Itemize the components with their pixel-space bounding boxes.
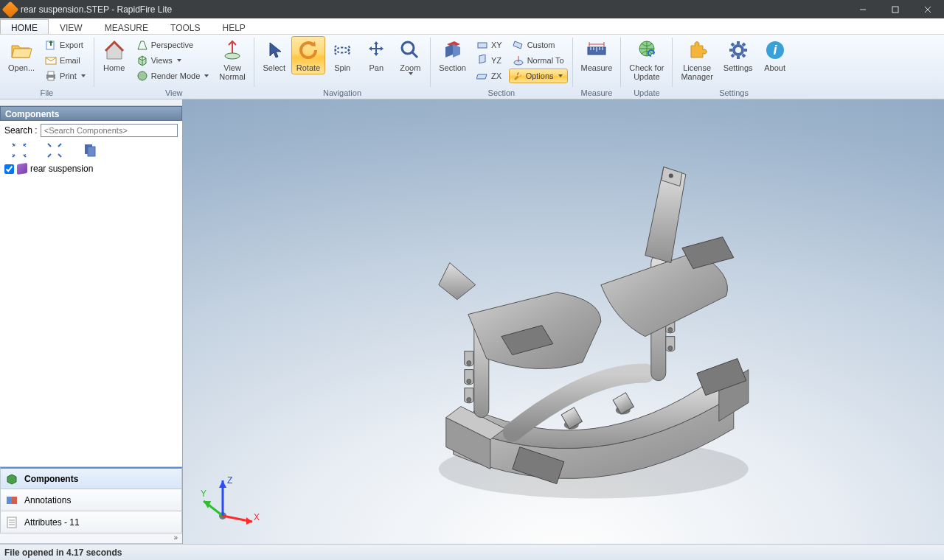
perspective-icon xyxy=(136,39,148,51)
view-normal-button[interactable]: View Normal xyxy=(214,36,250,83)
panel-collapse-button[interactable]: » xyxy=(0,533,182,544)
maximize-button[interactable] xyxy=(879,0,912,18)
expand-all-button[interactable] xyxy=(12,143,27,158)
group-settings: License Manager Settings i About Setting… xyxy=(673,35,794,99)
tree-root-item[interactable]: rear suspension xyxy=(4,164,178,174)
pan-button[interactable]: Pan xyxy=(359,36,393,74)
status-bar: File opened in 4.17 seconds xyxy=(0,544,944,560)
svg-point-29 xyxy=(467,379,471,383)
group-update: Check for Update Update xyxy=(621,35,672,99)
rotate-icon xyxy=(296,38,320,62)
svg-rect-19 xyxy=(12,497,17,504)
export-button[interactable]: Export xyxy=(41,38,89,52)
search-input[interactable] xyxy=(41,124,178,137)
plane-yz-icon xyxy=(476,55,488,66)
zx-button[interactable]: ZX xyxy=(473,69,506,83)
tree-checkbox[interactable] xyxy=(4,164,14,174)
gear-icon xyxy=(726,38,750,62)
copy-button[interactable] xyxy=(83,143,97,158)
xy-button[interactable]: XY xyxy=(473,38,506,52)
render-mode-button[interactable]: Render Mode xyxy=(133,69,213,83)
ruler-icon xyxy=(585,38,608,62)
tab-home[interactable]: HOME xyxy=(0,19,49,34)
rotate-button[interactable]: Rotate xyxy=(291,36,325,74)
spin-button[interactable]: Spin xyxy=(325,36,359,74)
document-icon xyxy=(5,516,18,529)
home-icon xyxy=(103,38,126,62)
perspective-button[interactable]: Perspective xyxy=(133,38,213,52)
side-tab-annotations[interactable]: Annotations xyxy=(0,489,182,511)
close-button[interactable] xyxy=(912,0,944,18)
side-panel: Components Search : rear suspension Comp… xyxy=(0,99,183,544)
cad-model xyxy=(372,152,771,505)
about-button[interactable]: i About xyxy=(758,36,792,74)
svg-point-28 xyxy=(467,360,471,365)
svg-point-13 xyxy=(734,46,743,55)
wrench-icon xyxy=(513,71,523,81)
minimize-button[interactable] xyxy=(847,0,879,18)
yz-button[interactable]: YZ xyxy=(473,53,506,68)
svg-point-8 xyxy=(402,42,414,54)
svg-point-6 xyxy=(138,71,147,80)
side-tab-attributes[interactable]: Attributes - 11 xyxy=(0,511,182,533)
group-view: Home Perspective Views Render Mode View … xyxy=(94,35,254,99)
group-navigation: Select Rotate Spin Pan Zoom Navigation xyxy=(254,35,430,99)
pan-icon xyxy=(364,38,388,62)
settings-button[interactable]: Settings xyxy=(718,36,758,74)
component-tree[interactable]: rear suspension xyxy=(0,162,182,175)
zoom-button[interactable]: Zoom xyxy=(393,36,427,77)
tab-help[interactable]: HELP xyxy=(211,19,256,34)
open-button[interactable]: Open... xyxy=(3,36,40,74)
main-area: Components Search : rear suspension Comp… xyxy=(0,99,944,544)
folder-open-icon xyxy=(10,38,33,62)
svg-rect-18 xyxy=(7,497,12,504)
assembly-icon xyxy=(17,163,27,175)
zoom-icon xyxy=(398,38,422,62)
plane-zx-icon xyxy=(476,70,488,82)
svg-point-7 xyxy=(225,53,240,59)
check-update-button[interactable]: Check for Update xyxy=(624,36,669,83)
print-icon xyxy=(45,70,57,82)
tab-measure[interactable]: MEASURE xyxy=(94,19,159,34)
puzzle-icon xyxy=(685,38,709,62)
status-text: File opened in 4.17 seconds xyxy=(4,547,122,558)
titlebar: rear suspension.STEP - RapidFire Lite xyxy=(0,0,944,18)
panel-title: Components xyxy=(0,106,182,121)
svg-text:Y: Y xyxy=(201,489,206,499)
svg-text:Z: Z xyxy=(227,475,232,486)
svg-point-32 xyxy=(668,346,673,350)
section-button[interactable]: Section xyxy=(434,36,471,74)
svg-rect-0 xyxy=(892,7,898,13)
select-button[interactable]: Select xyxy=(257,36,291,74)
home-button[interactable]: Home xyxy=(97,36,131,74)
ribbon-tabs: HOME VIEW MEASURE TOOLS HELP xyxy=(0,18,944,35)
license-manager-button[interactable]: License Manager xyxy=(676,36,718,83)
spin-icon xyxy=(330,38,354,62)
normal-to-button[interactable]: Normal To xyxy=(509,53,568,68)
view-normal-icon xyxy=(221,38,244,62)
svg-rect-5 xyxy=(48,77,54,80)
svg-text:X: X xyxy=(254,512,260,522)
cursor-icon xyxy=(263,38,286,62)
export-icon xyxy=(45,39,57,51)
group-file: Open... Export Email Print File xyxy=(0,35,94,99)
normal-to-icon xyxy=(513,55,524,66)
tab-view[interactable]: VIEW xyxy=(49,19,94,34)
svg-point-33 xyxy=(669,173,673,178)
print-button[interactable]: Print xyxy=(41,69,89,83)
email-button[interactable]: Email xyxy=(41,53,89,68)
side-tab-components[interactable]: Components xyxy=(0,467,182,489)
measure-button[interactable]: Measure xyxy=(576,36,618,74)
custom-icon xyxy=(513,39,524,51)
custom-section-button[interactable]: Custom xyxy=(509,38,568,52)
views-button[interactable]: Views xyxy=(133,53,213,68)
orientation-triad[interactable]: X Y Z xyxy=(201,472,260,531)
section-icon xyxy=(441,38,465,62)
tab-tools[interactable]: TOOLS xyxy=(159,19,211,34)
info-icon: i xyxy=(763,38,787,62)
section-options-button[interactable]: Options xyxy=(509,69,568,83)
collapse-all-button[interactable] xyxy=(47,143,62,158)
svg-rect-9 xyxy=(478,43,487,48)
3d-viewport[interactable]: X Y Z xyxy=(183,99,944,544)
app-icon xyxy=(2,1,19,18)
